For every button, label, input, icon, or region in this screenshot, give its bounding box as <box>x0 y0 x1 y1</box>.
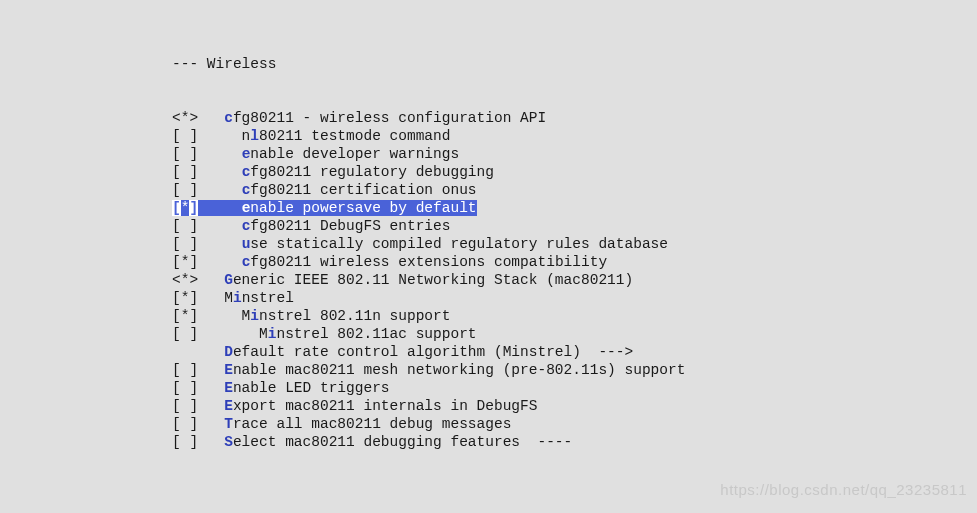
hdr-prefix: --- <box>172 56 207 72</box>
menu-item-14[interactable]: [ ] Enable mac80211 mesh networking (pre… <box>172 361 977 379</box>
marker: [ ] <box>172 146 198 162</box>
hdr-title: Wireless <box>207 56 277 72</box>
marker: [*] <box>172 290 198 306</box>
marker: [ ] <box>172 434 198 450</box>
item-text: nstrel <box>242 290 294 306</box>
watermark-text: https://blog.csdn.net/qq_23235811 <box>720 481 967 499</box>
menu-item-9[interactable]: <*> Generic IEEE 802.11 Networking Stack… <box>172 271 977 289</box>
item-text: efault rate control algorithm (Minstrel)… <box>233 344 633 360</box>
menu-item-13[interactable]: Default rate control algorithm (Minstrel… <box>172 343 977 361</box>
marker: [*] <box>172 254 198 270</box>
item-text: fg80211 regulatory debugging <box>250 164 494 180</box>
marker: [ ] <box>172 128 198 144</box>
menu-item-15[interactable]: [ ] Enable LED triggers <box>172 379 977 397</box>
hotkey: E <box>224 380 233 396</box>
item-text: fg80211 DebugFS entries <box>250 218 450 234</box>
menu-item-11[interactable]: [*] Minstrel 802.11n support <box>172 307 977 325</box>
marker: [ ] <box>172 182 198 198</box>
item-text: fg80211 certification onus <box>250 182 476 198</box>
menu-item-4[interactable]: [ ] cfg80211 certification onus <box>172 181 977 199</box>
marker: [ ] <box>172 380 198 396</box>
item-text: fg80211 wireless extensions compatibilit… <box>250 254 607 270</box>
menu-item-16[interactable]: [ ] Export mac80211 internals in DebugFS <box>172 397 977 415</box>
hotkey: S <box>224 434 233 450</box>
menu-item-8[interactable]: [*] cfg80211 wireless extensions compati… <box>172 253 977 271</box>
hotkey: c <box>224 110 233 126</box>
item-text: nstrel 802.11n support <box>259 308 450 324</box>
hotkey: G <box>224 272 233 288</box>
hotkey: i <box>250 308 259 324</box>
item-text: nable developer warnings <box>250 146 459 162</box>
marker: [ ] <box>172 326 198 342</box>
marker: [ ] <box>172 416 198 432</box>
hotkey: E <box>224 398 233 414</box>
menu-item-1[interactable]: [ ] nl80211 testmode command <box>172 127 977 145</box>
marker: [*] <box>172 308 198 324</box>
item-text: nable LED triggers <box>233 380 390 396</box>
hotkey: D <box>224 344 233 360</box>
item-text: fg80211 - wireless configuration API <box>233 110 546 126</box>
item-text: nstrel 802.11ac support <box>276 326 476 342</box>
menu-item-17[interactable]: [ ] Trace all mac80211 debug messages <box>172 415 977 433</box>
marker <box>172 344 198 360</box>
kconfig-menu: --- Wireless <*> cfg80211 - wireless con… <box>0 0 977 469</box>
marker: <*> <box>172 110 198 126</box>
marker: [ ] <box>172 236 198 252</box>
item-text: elect mac80211 debugging features ---- <box>233 434 572 450</box>
marker: [ ] <box>172 398 198 414</box>
menu-item-6[interactable]: [ ] cfg80211 DebugFS entries <box>172 217 977 235</box>
marker: [ ] <box>172 362 198 378</box>
item-text: nable mac80211 mesh networking (pre-802.… <box>233 362 685 378</box>
marker: [ ] <box>172 164 198 180</box>
item-text: eneric IEEE 802.11 Networking Stack (mac… <box>233 272 633 288</box>
menu-item-2[interactable]: [ ] enable developer warnings <box>172 145 977 163</box>
marker: <*> <box>172 272 198 288</box>
menu-item-12[interactable]: [ ] Minstrel 802.11ac support <box>172 325 977 343</box>
hotkey: E <box>224 362 233 378</box>
menu-item-7[interactable]: [ ] use statically compiled regulatory r… <box>172 235 977 253</box>
item-text: se statically compiled regulatory rules … <box>250 236 668 252</box>
menu-item-3[interactable]: [ ] cfg80211 regulatory debugging <box>172 163 977 181</box>
menu-item-18[interactable]: [ ] Select mac80211 debugging features -… <box>172 433 977 451</box>
item-text: race all mac80211 debug messages <box>233 416 511 432</box>
menu-item-10[interactable]: [*] Minstrel <box>172 289 977 307</box>
hotkey: l <box>250 128 259 144</box>
item-text: xport mac80211 internals in DebugFS <box>233 398 538 414</box>
menu-header: --- Wireless <box>172 55 977 73</box>
item-text: 80211 testmode command <box>259 128 450 144</box>
marker: [ ] <box>172 218 198 234</box>
hotkey: T <box>224 416 233 432</box>
menu-item-0[interactable]: <*> cfg80211 - wireless configuration AP… <box>172 109 977 127</box>
menu-item-5[interactable]: [*] enable powersave by default <box>172 199 977 217</box>
hotkey: i <box>233 290 242 306</box>
